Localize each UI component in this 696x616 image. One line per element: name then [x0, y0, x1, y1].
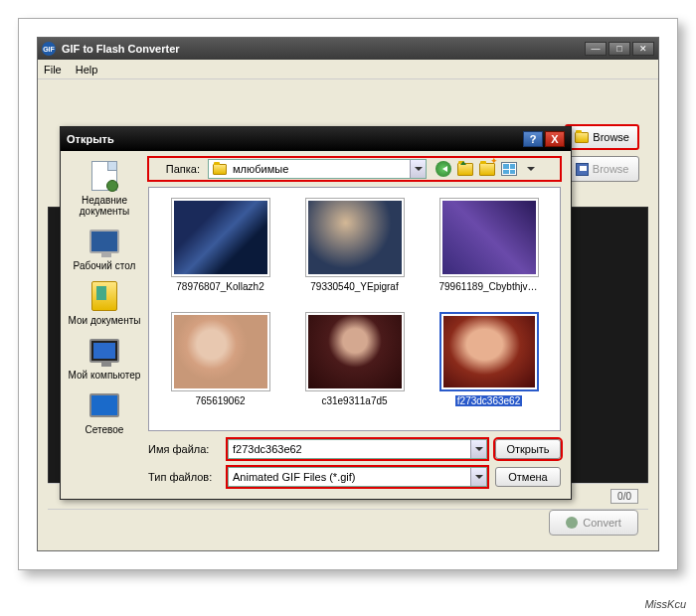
app-title: GIF to Flash Converter: [62, 43, 583, 55]
nav-back-button[interactable]: [435, 160, 452, 178]
filename-label: Имя файла:: [148, 443, 220, 455]
chevron-down-icon[interactable]: [410, 160, 426, 178]
view-menu-button[interactable]: [500, 160, 518, 178]
app-titlebar: GIF GIF to Flash Converter — □ ✕: [38, 38, 658, 60]
minimize-button[interactable]: —: [585, 42, 607, 56]
browse-button-primary[interactable]: Browse: [565, 124, 639, 150]
counter: 0/0: [610, 489, 638, 504]
nav-up-button[interactable]: [456, 160, 474, 178]
file-item[interactable]: 78976807_Kollazh2: [159, 198, 281, 306]
file-item[interactable]: 765619062: [159, 312, 281, 420]
new-folder-icon: [479, 163, 495, 176]
chevron-down-icon[interactable]: [470, 468, 486, 486]
thumbnail-image: [442, 201, 536, 274]
place-network[interactable]: Сетевое: [61, 386, 148, 437]
right-toolbar: Browse Browse: [565, 124, 639, 182]
dialog-close-button[interactable]: X: [545, 131, 565, 147]
file-label: 765619062: [195, 395, 245, 406]
convert-label: Convert: [583, 517, 621, 529]
folder-up-icon: [457, 163, 473, 176]
open-button[interactable]: Открыть: [495, 439, 561, 459]
computer-icon: [89, 339, 119, 363]
cancel-button[interactable]: Отмена: [495, 467, 561, 487]
recent-docs-icon: [91, 161, 117, 191]
folder-icon: [213, 164, 227, 175]
close-button[interactable]: ✕: [632, 42, 654, 56]
place-label: Мои документы: [69, 315, 141, 326]
folder-icon: [575, 132, 589, 143]
open-dialog: Открыть ? X Недавние документы Рабочий с…: [60, 126, 572, 500]
convert-button[interactable]: Convert: [549, 510, 638, 536]
filename-combo[interactable]: [228, 439, 487, 459]
thumbnail-image: [308, 201, 402, 274]
file-label: 78976807_Kollazh2: [176, 281, 263, 292]
back-icon: [435, 161, 451, 177]
file-label: 79330540_YEpigraf: [310, 281, 398, 292]
app-icon: GIF: [42, 42, 56, 56]
menubar: File Help: [38, 60, 658, 79]
lookin-combo[interactable]: [208, 159, 427, 179]
place-label: Сетевое: [86, 424, 124, 435]
file-label: c31e9311a7d5: [321, 395, 387, 406]
place-desktop[interactable]: Рабочий стол: [61, 223, 148, 273]
watermark: MissKcu: [644, 598, 686, 610]
file-item-selected[interactable]: f273dc363e62: [428, 312, 550, 420]
view-dropdown[interactable]: [522, 160, 540, 178]
dialog-titlebar: Открыть ? X: [61, 127, 571, 151]
lookin-input[interactable]: [231, 160, 410, 178]
menu-file[interactable]: File: [44, 64, 62, 76]
thumbnail-image: [308, 315, 402, 388]
file-item[interactable]: 79961189_Cbybthjvfirb: [428, 198, 550, 306]
save-icon: [576, 163, 589, 176]
desktop-icon: [89, 230, 119, 253]
place-label: Мой компьютер: [69, 370, 141, 381]
place-mycomputer[interactable]: Мой компьютер: [61, 332, 148, 383]
places-bar: Недавние документы Рабочий стол Мои доку…: [61, 151, 148, 499]
file-item[interactable]: c31e9311a7d5: [293, 312, 416, 420]
file-grid: 78976807_Kollazh2 79330540_YEpigraf 7996…: [148, 187, 561, 431]
place-label: Рабочий стол: [74, 260, 136, 271]
thumbnail-image: [174, 201, 267, 274]
thumbnail-image: [174, 315, 267, 388]
new-folder-button[interactable]: [478, 160, 496, 178]
place-label: Недавние документы: [65, 195, 144, 217]
browse-label: Browse: [593, 131, 629, 143]
dialog-help-button[interactable]: ?: [523, 131, 543, 147]
view-icon: [501, 162, 517, 176]
filetype-label: Тип файлов:: [148, 471, 220, 483]
place-recent[interactable]: Недавние документы: [61, 157, 148, 219]
maximize-button[interactable]: □: [609, 42, 630, 56]
filetype-input[interactable]: [229, 468, 470, 486]
convert-icon: [566, 517, 578, 529]
menu-help[interactable]: Help: [76, 64, 98, 76]
thumbnail-image: [443, 316, 535, 387]
lookin-label: Папка:: [150, 163, 200, 175]
browse-label-2: Browse: [593, 163, 629, 175]
browse-button-secondary[interactable]: Browse: [565, 156, 639, 182]
file-label: 79961189_Cbybthjvfirb: [439, 281, 539, 292]
file-label: f273dc363e62: [455, 395, 522, 406]
mydocs-icon: [91, 281, 117, 311]
dialog-title: Открыть: [67, 133, 523, 145]
filetype-combo[interactable]: [228, 467, 487, 487]
filename-input[interactable]: [229, 440, 470, 458]
chevron-down-icon[interactable]: [470, 440, 486, 458]
lookin-row: Папка:: [148, 157, 561, 181]
place-mydocs[interactable]: Мои документы: [61, 277, 148, 328]
file-item[interactable]: 79330540_YEpigraf: [293, 198, 416, 306]
network-icon: [89, 393, 119, 417]
